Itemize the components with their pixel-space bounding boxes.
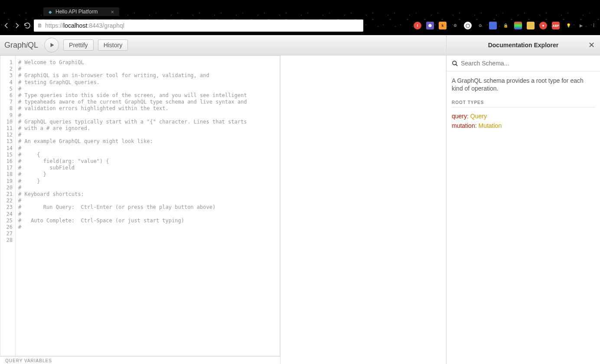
extension-icon[interactable]: ✿ — [476, 22, 484, 29]
extension-icon[interactable]: ● — [539, 22, 547, 29]
doc-explorer-title: Documentation Explorer — [488, 42, 559, 49]
url-text: https://localhost:8443/graphql — [45, 22, 124, 29]
back-icon[interactable] — [3, 22, 10, 29]
schema-search-input[interactable] — [461, 60, 595, 67]
root-type-field: query — [452, 113, 467, 120]
extension-icon[interactable]: ◯ — [464, 22, 472, 29]
history-button[interactable]: History — [98, 39, 128, 51]
prettify-button[interactable]: Prettify — [63, 39, 94, 51]
extension-icon[interactable]: k — [439, 22, 447, 29]
extension-icon[interactable] — [514, 22, 522, 29]
url-bar[interactable]: 🗎 https://localhost:8443/graphql — [34, 20, 363, 32]
extension-icon[interactable]: ⚙ — [451, 22, 459, 29]
forward-icon[interactable] — [13, 22, 21, 29]
graphiql-toolbar: GraphiQL Prettify History — [0, 35, 446, 55]
root-type-row: mutation: Mutation — [452, 122, 595, 129]
doc-search — [447, 55, 600, 72]
window-top-strip — [0, 0, 600, 6]
extension-icon[interactable]: ! — [414, 22, 421, 29]
root-type-link[interactable]: Mutation — [478, 122, 502, 129]
extension-icon[interactable]: 🔒 — [502, 22, 509, 29]
page-info-icon[interactable]: 🗎 — [37, 23, 42, 29]
graphiql-logo: GraphiQL — [4, 41, 38, 50]
root-types-heading: ROOT TYPES — [452, 100, 595, 107]
reload-icon[interactable] — [23, 22, 31, 29]
query-variables-header[interactable]: QUERY VARIABLES — [0, 356, 280, 364]
extension-icon[interactable]: ⬢ — [426, 22, 434, 29]
execute-button[interactable] — [44, 38, 59, 52]
play-icon — [49, 42, 55, 48]
page-content: GraphiQL Prettify History 12345678910111… — [0, 35, 600, 364]
browser-nav-bar: 🗎 https://localhost:8443/graphql ! ⬢ k ⚙… — [0, 16, 600, 35]
query-editor-pane: 1234567891011121314151617181920212223242… — [0, 55, 280, 364]
extension-icon[interactable]: ABP — [552, 22, 560, 29]
tab-title: Hello API Platform — [55, 9, 98, 15]
close-icon[interactable]: × — [111, 9, 114, 15]
tab-favicon-icon: ◆ — [49, 10, 52, 14]
extension-icon[interactable]: 💡 — [564, 22, 572, 29]
doc-body: A GraphQL schema provides a root type fo… — [447, 72, 600, 364]
root-type-row: query: Query — [452, 113, 595, 120]
extension-icon[interactable] — [489, 22, 497, 29]
browser-tab-strip: ◆ Hello API Platform × — [0, 6, 600, 16]
graphiql-app: GraphiQL Prettify History 12345678910111… — [0, 35, 446, 364]
root-type-link[interactable]: Query — [470, 113, 487, 120]
result-pane — [280, 55, 446, 364]
doc-explorer: Documentation Explorer ✕ A GraphQL schem… — [446, 35, 600, 364]
code-lines[interactable]: # Welcome to GraphiQL## GraphiQL is an i… — [16, 56, 280, 356]
extension-icons: ! ⬢ k ⚙ ◯ ✿ 🔒 ● ABP 💡 ▶ ⋮ — [414, 22, 597, 29]
extension-icon[interactable]: ▶ — [577, 22, 585, 29]
schema-description: A GraphQL schema provides a root type fo… — [452, 77, 595, 92]
browser-tab[interactable]: ◆ Hello API Platform × — [43, 7, 119, 16]
line-gutter: 1234567891011121314151617181920212223242… — [0, 56, 16, 356]
menu-icon[interactable]: ⋮ — [590, 22, 597, 29]
editor-result-split: 1234567891011121314151617181920212223242… — [0, 55, 446, 364]
root-type-field: mutation — [452, 122, 475, 129]
doc-explorer-header: Documentation Explorer ✕ — [447, 35, 600, 55]
search-icon — [452, 60, 458, 67]
svg-point-0 — [453, 61, 457, 65]
extension-icon[interactable] — [527, 22, 535, 29]
query-editor[interactable]: 1234567891011121314151617181920212223242… — [0, 55, 280, 356]
close-icon[interactable]: ✕ — [588, 40, 595, 50]
